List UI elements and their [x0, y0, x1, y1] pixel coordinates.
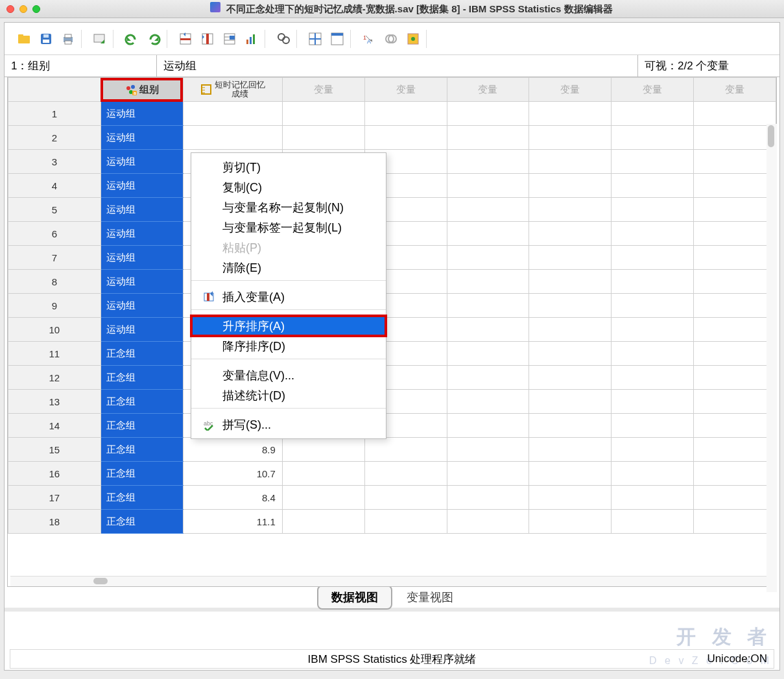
cell-empty[interactable]: [529, 222, 612, 246]
cell-empty[interactable]: [612, 438, 694, 462]
cell-empty[interactable]: [447, 246, 529, 270]
row-header[interactable]: 16: [8, 462, 101, 486]
col-header-group[interactable]: a 组别: [101, 78, 183, 102]
col-empty[interactable]: 变量: [364, 78, 447, 102]
menu-insert-var[interactable]: 插入变量(A): [191, 287, 386, 307]
cell-empty[interactable]: [364, 126, 447, 150]
table-row[interactable]: 14正念组8.5: [8, 414, 776, 438]
cell-empty[interactable]: [364, 438, 447, 462]
table-row[interactable]: 9运动组: [8, 294, 776, 318]
menu-sort-asc[interactable]: 升序排序(A): [191, 316, 386, 336]
cell-empty[interactable]: [612, 318, 694, 342]
cell-empty[interactable]: [694, 318, 776, 342]
cell-empty[interactable]: [364, 102, 447, 126]
cell-empty[interactable]: [612, 246, 694, 270]
cell-value-input[interactable]: 运动组: [157, 55, 638, 77]
cell-empty[interactable]: [694, 198, 776, 222]
cell-empty[interactable]: [612, 150, 694, 174]
cell-empty[interactable]: [447, 294, 529, 318]
cell-score[interactable]: 10.7: [183, 462, 282, 486]
cell-group[interactable]: 运动组: [101, 294, 183, 318]
menu-copy[interactable]: 复制(C): [191, 177, 386, 197]
weight-button[interactable]: [328, 30, 346, 48]
row-header[interactable]: 7: [8, 246, 101, 270]
col-empty[interactable]: 变量: [529, 78, 612, 102]
cell-empty[interactable]: [529, 510, 612, 534]
show-all-button[interactable]: [404, 30, 422, 48]
col-empty[interactable]: 变量: [282, 78, 364, 102]
cell-empty[interactable]: [612, 342, 694, 366]
cell-empty[interactable]: [612, 390, 694, 414]
cell-group[interactable]: 正念组: [101, 414, 183, 438]
find-button[interactable]: [274, 30, 292, 48]
cell-empty[interactable]: [612, 510, 694, 534]
table-row[interactable]: 15正念组8.9: [8, 438, 776, 462]
menu-cut[interactable]: 剪切(T): [191, 157, 386, 177]
cell-empty[interactable]: [447, 126, 529, 150]
goto-var-button[interactable]: [198, 30, 217, 48]
cell-group[interactable]: 正念组: [101, 390, 183, 414]
cell-empty[interactable]: [364, 510, 447, 534]
cell-empty[interactable]: [694, 438, 776, 462]
row-header[interactable]: 12: [8, 366, 101, 390]
cell-empty[interactable]: [612, 366, 694, 390]
cell-empty[interactable]: [694, 102, 776, 126]
cell-empty[interactable]: [612, 486, 694, 510]
cell-group[interactable]: 正念组: [101, 342, 183, 366]
cell-empty[interactable]: [612, 174, 694, 198]
cell-empty[interactable]: [364, 486, 447, 510]
redo-button[interactable]: [145, 30, 163, 48]
row-header[interactable]: 9: [8, 294, 101, 318]
cell-empty[interactable]: [447, 222, 529, 246]
v-scrollbar[interactable]: [766, 124, 777, 592]
cell-score[interactable]: 8.4: [183, 486, 282, 510]
cell-empty[interactable]: [694, 294, 776, 318]
cell-empty[interactable]: [612, 462, 694, 486]
cell-group[interactable]: 正念组: [101, 462, 183, 486]
cell-score[interactable]: [183, 102, 282, 126]
tab-data-view[interactable]: 数据视图: [317, 585, 392, 610]
cell-empty[interactable]: [529, 366, 612, 390]
row-header[interactable]: 17: [8, 486, 101, 510]
close-icon[interactable]: [6, 5, 14, 13]
undo-button[interactable]: [123, 30, 141, 48]
cell-empty[interactable]: [529, 174, 612, 198]
cell-empty[interactable]: [612, 294, 694, 318]
cell-group[interactable]: 正念组: [101, 486, 183, 510]
cell-empty[interactable]: [447, 102, 529, 126]
cell-empty[interactable]: [447, 150, 529, 174]
table-row[interactable]: 6运动组: [8, 222, 776, 246]
row-header[interactable]: 14: [8, 414, 101, 438]
h-scrollbar[interactable]: [10, 576, 774, 586]
menu-copy-with-label[interactable]: 与变量标签一起复制(L): [191, 217, 386, 237]
col-empty[interactable]: 变量: [612, 78, 694, 102]
cell-empty[interactable]: [694, 462, 776, 486]
table-row[interactable]: 8运动组: [8, 270, 776, 294]
cell-empty[interactable]: [282, 126, 364, 150]
cell-empty[interactable]: [282, 486, 364, 510]
cell-empty[interactable]: [694, 390, 776, 414]
save-button[interactable]: [37, 30, 55, 48]
cell-empty[interactable]: [529, 414, 612, 438]
cell-score[interactable]: 11.1: [183, 510, 282, 534]
zoom-icon[interactable]: [32, 5, 40, 13]
table-row[interactable]: 2运动组: [8, 126, 776, 150]
minimize-icon[interactable]: [19, 5, 27, 13]
table-row[interactable]: 18正念组11.1: [8, 510, 776, 534]
cell-empty[interactable]: [529, 486, 612, 510]
cell-empty[interactable]: [282, 462, 364, 486]
table-row[interactable]: 4运动组: [8, 174, 776, 198]
menu-copy-with-name[interactable]: 与变量名称一起复制(N): [191, 197, 386, 217]
row-header[interactable]: 4: [8, 174, 101, 198]
row-header[interactable]: 6: [8, 222, 101, 246]
cell-empty[interactable]: [694, 486, 776, 510]
row-header[interactable]: 11: [8, 342, 101, 366]
table-row[interactable]: 10运动组: [8, 318, 776, 342]
cell-group[interactable]: 运动组: [101, 102, 183, 126]
cell-group[interactable]: 运动组: [101, 270, 183, 294]
cell-group[interactable]: 运动组: [101, 246, 183, 270]
table-row[interactable]: 12正念组: [8, 366, 776, 390]
cell-empty[interactable]: [282, 510, 364, 534]
cell-empty[interactable]: [447, 366, 529, 390]
cell-empty[interactable]: [447, 342, 529, 366]
